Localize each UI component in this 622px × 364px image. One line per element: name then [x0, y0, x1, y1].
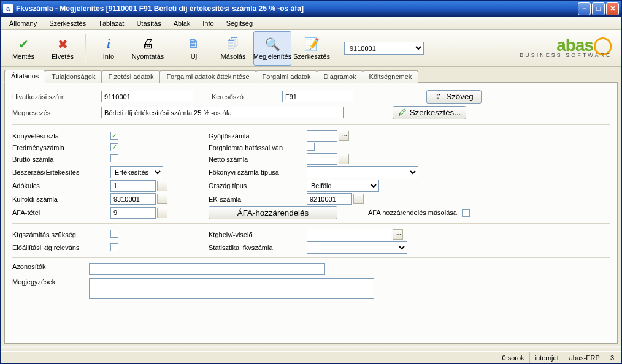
ec-acc-label: EK-számla — [209, 195, 307, 203]
status-bar: 0 sorok internjet abas-ERP 3 — [1, 351, 621, 363]
minimize-button[interactable]: − — [578, 2, 591, 15]
prod-cost-rel-label: Előállítási ktg releváns — [12, 244, 110, 251]
x-icon: ✖ — [55, 37, 70, 51]
menu-bar: Állomány Szerkesztés Táblázat Utasítás A… — [1, 17, 621, 30]
menu-window[interactable]: Ablak — [169, 18, 196, 28]
booking-acc-checkbox[interactable]: ✓ — [110, 132, 118, 140]
cost-place-field[interactable] — [307, 229, 391, 240]
separator — [12, 223, 610, 224]
menu-info[interactable]: Info — [198, 18, 218, 28]
vat-item-lookup[interactable]: ⋯ — [157, 208, 167, 218]
tab-turnover[interactable]: Forgalmi adatok — [256, 70, 318, 83]
ec-acc-field[interactable] — [307, 193, 352, 205]
menu-table[interactable]: Táblázat — [93, 18, 129, 28]
separator — [12, 257, 610, 258]
new-button[interactable]: 🗎 Új — [175, 31, 213, 66]
net-field[interactable] — [307, 153, 337, 165]
ec-acc-lookup[interactable]: ⋯ — [353, 194, 364, 204]
vat-assign-label: ÁFA-hozzárendelés — [237, 208, 309, 218]
vat-item-label: ÁFA-tétel — [12, 209, 110, 216]
save-button[interactable]: ✔ Mentés — [4, 31, 42, 66]
tab-turnover-overview[interactable]: Forgalmi adatok áttekintése — [159, 70, 256, 83]
collective-lookup[interactable]: ⋯ — [339, 131, 349, 141]
collective-field[interactable] — [307, 130, 337, 142]
close-button[interactable]: ✕ — [606, 2, 619, 15]
edit-name-button[interactable]: 🖉 Szerkesztés... — [393, 106, 466, 119]
foreign-acc-lookup[interactable]: ⋯ — [157, 194, 167, 204]
menu-file[interactable]: Állomány — [4, 18, 42, 28]
ref-no-field[interactable] — [101, 91, 193, 102]
country-type-label: Ország típus — [209, 182, 307, 189]
record-combo[interactable]: 9110001 — [344, 42, 424, 55]
doc-icon: 🗎 — [434, 92, 442, 101]
menu-help[interactable]: Segítség — [221, 18, 258, 28]
country-type-select[interactable]: Belföld — [307, 180, 379, 192]
ledger-type-label: Főkönyvi számla típusa — [209, 169, 307, 176]
edit-name-label: Szerkesztés... — [410, 108, 461, 117]
print-label: Nyomtatás — [132, 53, 164, 60]
affects-turnover-label: Forgalomra hatással van — [209, 144, 307, 151]
collective-label: Gyűjtőszámla — [209, 132, 307, 140]
purchase-sales-select[interactable]: Értékesítés — [110, 166, 163, 178]
foreign-acc-field[interactable] — [110, 193, 156, 205]
copy-button[interactable]: 🗐 Másolás — [214, 31, 252, 66]
vat-assign-copy-checkbox[interactable] — [462, 209, 470, 217]
status-num: 3 — [605, 352, 619, 363]
new-doc-icon: 🗎 — [186, 37, 201, 51]
tab-strip: Általános Tulajdonságok Fizetési adatok … — [1, 67, 621, 82]
net-lookup[interactable]: ⋯ — [339, 154, 349, 164]
tax-key-label: Adókulcs — [12, 182, 110, 189]
prod-cost-rel-checkbox[interactable] — [110, 243, 118, 251]
status-rows: 0 sorok — [497, 352, 529, 363]
name-field[interactable] — [101, 107, 344, 118]
display-button[interactable]: 🔍 Megjelenítés — [253, 31, 291, 66]
record-selector[interactable]: 9110001 — [344, 42, 424, 55]
tab-general[interactable]: Általános — [4, 70, 45, 83]
tab-properties[interactable]: Tulajdonságok — [45, 70, 102, 83]
window-title: Fkvszámla - Megjelenítés [9110001 F91 Bé… — [16, 4, 578, 13]
cost-calc-needed-checkbox[interactable] — [110, 230, 118, 238]
magnifier-icon: 🔍 — [265, 37, 280, 51]
info-button[interactable]: i Info — [90, 31, 128, 66]
tab-diagrams[interactable]: Diagramok — [317, 70, 363, 83]
discard-button[interactable]: ✖ Elvetés — [44, 31, 82, 66]
tab-costtypes[interactable]: Költségnemek — [363, 70, 419, 83]
menu-command[interactable]: Utasítás — [131, 18, 166, 28]
tab-payment[interactable]: Fizetési adatok — [101, 70, 160, 83]
titlebar: a Fkvszámla - Megjelenítés [9110001 F91 … — [1, 1, 621, 17]
toolbar-separator — [85, 34, 86, 63]
gross-checkbox[interactable] — [110, 154, 118, 162]
text-button[interactable]: 🗎 Szöveg — [426, 90, 482, 104]
vat-item-field[interactable] — [110, 207, 156, 219]
search-field[interactable] — [282, 91, 353, 102]
app-icon: a — [3, 4, 13, 13]
affects-turnover-checkbox[interactable] — [307, 143, 315, 151]
ledger-type-select[interactable] — [307, 166, 418, 178]
ref-no-label: Hivatkozási szám — [12, 93, 101, 100]
toolbar-separator — [171, 34, 171, 63]
display-label: Megjelenítés — [253, 53, 291, 60]
discard-label: Elvetés — [52, 53, 74, 60]
printer-icon: 🖨 — [140, 37, 155, 51]
tax-key-field[interactable] — [110, 180, 156, 192]
info-icon: i — [101, 37, 116, 51]
notes-field[interactable] — [89, 278, 374, 299]
copy-doc-icon: 🗐 — [226, 37, 240, 51]
brand: abas◯ BUSINESS SOFTWARE — [520, 39, 618, 58]
maximize-button[interactable]: □ — [592, 2, 605, 15]
gross-label: Bruttó számla — [12, 156, 110, 163]
tax-key-lookup[interactable]: ⋯ — [157, 181, 167, 191]
window-controls: − □ ✕ — [578, 2, 619, 15]
save-label: Mentés — [12, 53, 34, 60]
cost-place-label: Ktghely/-viselő — [209, 231, 307, 238]
status-app: abas-ERP — [564, 352, 605, 363]
result-acc-checkbox[interactable]: ✓ — [110, 143, 118, 151]
print-button[interactable]: 🖨 Nyomtatás — [129, 31, 167, 66]
stat-ledger-select[interactable] — [307, 241, 407, 254]
ids-field[interactable] — [89, 263, 325, 275]
cost-place-lookup[interactable]: ⋯ — [393, 229, 403, 240]
info-label: Info — [103, 53, 114, 60]
edit-button[interactable]: 📝 Szerkesztés — [293, 31, 331, 66]
edit-icon: 🖉 — [398, 108, 406, 117]
menu-edit[interactable]: Szerkesztés — [44, 18, 91, 28]
